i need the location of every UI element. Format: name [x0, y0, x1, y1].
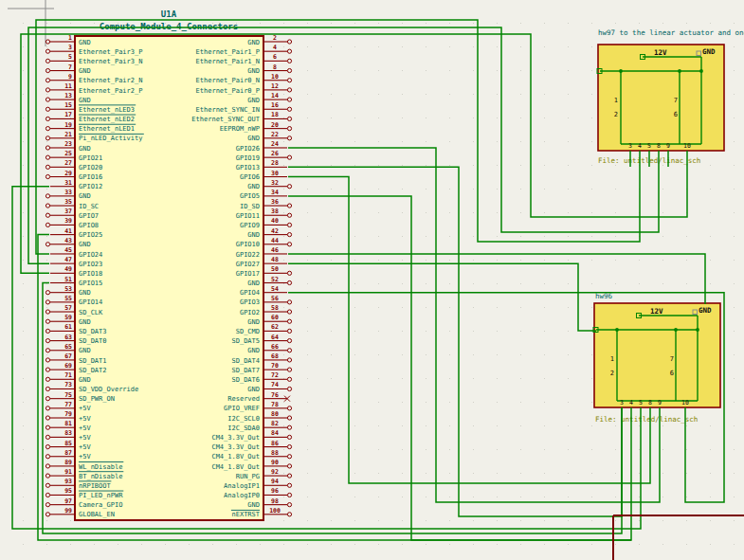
pin-text: 27	[64, 159, 72, 167]
pin-text: 6	[273, 53, 277, 61]
pin-text: GPIO10	[236, 241, 260, 248]
pin-text: GPIO24	[79, 251, 102, 259]
pin-text: GND	[79, 376, 91, 384]
pin-text: 16	[271, 101, 279, 109]
wire[interactable]	[288, 167, 622, 516]
pin-text: 23	[64, 140, 72, 148]
pin-text: 31	[64, 179, 72, 187]
wire[interactable]	[288, 196, 631, 540]
pin-text: 1	[68, 34, 72, 42]
pin-text: 61	[64, 323, 72, 331]
pin-text: 94	[271, 478, 279, 485]
pin-text: 12V	[654, 48, 667, 57]
pin-text: 68	[271, 352, 279, 360]
pin-text: 4	[273, 44, 277, 51]
pin-text: GND	[79, 347, 91, 354]
pin-text: 78	[271, 401, 279, 408]
pin-text: 8	[273, 63, 277, 71]
pin-text: GPIO19	[236, 154, 260, 162]
sheet-hw97-name: hw97 to the linear actuator and one mo	[598, 28, 744, 37]
pin-text: 89	[64, 459, 72, 466]
pin-text: 12	[271, 82, 279, 90]
pin-text: 7	[68, 63, 72, 71]
pin-text: ID_SC	[79, 203, 99, 210]
pin-text: 64	[271, 334, 279, 341]
pin-text: SD_DAT0	[79, 337, 107, 345]
component-value: Compute_Module_4_Connectors	[100, 22, 238, 31]
pin-text: 44	[271, 237, 279, 244]
pin-text: AnalogIP0	[224, 492, 260, 499]
pin-text: 38	[271, 208, 279, 215]
pin-text: 71	[64, 371, 72, 379]
pin-text: 48	[271, 256, 279, 263]
pin-text: 17	[64, 111, 72, 118]
pin-text: GPIO22	[236, 251, 260, 259]
pin-text: 53	[64, 285, 72, 293]
pin-text: 5	[647, 142, 651, 150]
pin-text: 84	[271, 429, 279, 437]
pin-text: 6	[674, 111, 678, 118]
pin-text: GPIO27	[236, 261, 260, 268]
pin-text: GND	[79, 97, 91, 104]
pin-text: 26	[271, 150, 279, 157]
pin-text: 14	[271, 92, 279, 99]
pin-text: 60	[271, 314, 279, 321]
pin-text: GPIO21	[79, 154, 102, 162]
pin-text: GPIO13	[236, 164, 260, 172]
pin-text: 34	[271, 189, 279, 196]
wire[interactable]	[288, 254, 705, 304]
pin-text: ID_SD	[240, 203, 260, 210]
pin-text: 98	[271, 497, 279, 505]
pin-text: GPIO3	[240, 298, 260, 306]
pin-text: Ethernet_nLED3	[79, 106, 135, 114]
pin-text: 99	[64, 507, 72, 515]
pin-text: GPIO26	[236, 145, 260, 153]
pin-text: 83	[64, 429, 72, 437]
pin-text: GND	[702, 47, 716, 56]
pin-text: 7	[670, 355, 674, 363]
pin-text: 33	[64, 189, 72, 196]
pin-text: 8	[657, 142, 661, 150]
pin-text: 20	[271, 121, 279, 129]
pin-text: 63	[64, 334, 72, 341]
wire[interactable]	[288, 263, 596, 331]
pin-text: 67	[64, 352, 72, 360]
pin-text: GPIO15	[79, 280, 102, 287]
pin-text: Ethernet_nLED2	[79, 116, 135, 123]
pin-text: 22	[271, 131, 279, 138]
pin-text: GND	[699, 306, 712, 315]
pin-text: Reserved	[227, 395, 260, 403]
pin-text: Ethernet_SYNC_IN	[196, 106, 260, 114]
pin-text: Ethernet_Pair3_N	[79, 58, 142, 65]
pin-text: 46	[271, 246, 279, 254]
pin-text: CM4_1.8V_Out	[211, 453, 260, 461]
schematic-canvas[interactable]: 1GND3Ethernet_Pair3_P5Ethernet_Pair3_N7G…	[0, 0, 744, 560]
pin-text: +5V	[79, 443, 91, 451]
pin-text: 58	[271, 304, 279, 312]
pin-text: SD_DAT4	[231, 357, 260, 365]
pin-text: Ethernet_Pair0_P	[196, 87, 260, 95]
pin-text: 37	[64, 208, 72, 215]
pin-text: +5V	[79, 405, 91, 412]
pin-text: 6	[670, 370, 674, 377]
pin-text: 86	[271, 440, 279, 447]
sheet-hw96-file: File: untitled/linac_sch	[595, 415, 698, 424]
pin-text: BT_nDisable	[79, 473, 122, 480]
pin-text: GPIO25	[79, 231, 102, 239]
pin-text: GPIO4	[240, 289, 260, 297]
pin-text: GND	[247, 318, 260, 326]
pin-text: GPIO8	[79, 222, 99, 229]
pin-text: SD_CLK	[79, 309, 103, 316]
pin-text: GND	[79, 67, 91, 75]
pin-text: CM4_1.8V_Out	[211, 463, 260, 471]
pin-text: GND	[247, 501, 260, 509]
pin-text: Camera_GPIO	[79, 501, 122, 509]
pin-text: GPIO2	[240, 309, 260, 316]
pin-text: 30	[271, 170, 279, 177]
pin-text: 56	[271, 295, 279, 302]
pin-text: 50	[271, 265, 279, 273]
pin-text: 2	[273, 34, 277, 42]
pin-text: 72	[271, 371, 279, 379]
pin-text: PI_LED_nPWR	[79, 492, 123, 499]
pin-text: 9	[666, 142, 670, 150]
